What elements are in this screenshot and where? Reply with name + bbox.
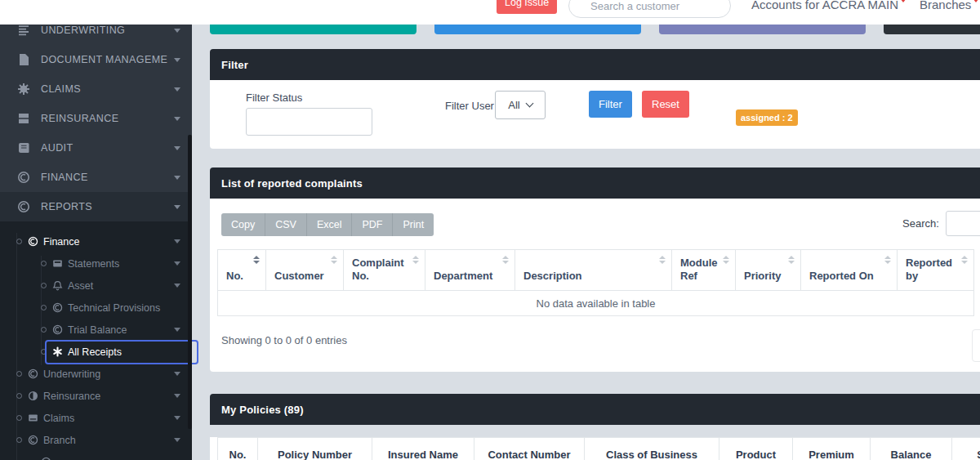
circle-bullet-icon [41,305,47,310]
sidebar-item-label: REPORTS [41,201,167,212]
chevron-down-icon [174,394,180,398]
excel-button[interactable]: Excel [307,213,353,236]
column-header-complaint-no[interactable]: Complaint No. [344,250,425,291]
pdf-button[interactable]: PDF [352,213,393,236]
sidebar-item-audit[interactable]: AUDIT [0,133,192,163]
stat-card-teal[interactable] [210,25,416,34]
filter-panel: Filter Filter Status Filter User All Fil… [210,49,980,149]
branches-dropdown[interactable]: Branches [920,0,979,11]
complaints-panel-body: Copy CSV Excel PDF Print Search: No. Cus… [210,199,980,372]
column-header-description[interactable]: Description [515,250,672,291]
submenu-item-trial-balance[interactable]: Trial Balance [0,319,192,341]
sidebar: UNDERWRITING DOCUMENT MANAGEMENT CLAIMS … [0,25,192,460]
main-content: Filter Filter Status Filter User All Fil… [192,25,980,460]
submenu-item-statements[interactable]: Statements [0,252,192,275]
column-header-reported-on[interactable]: Reported On [801,250,898,291]
csv-button[interactable]: CSV [265,213,307,236]
submenu-item-label: All Receipts [68,346,180,358]
circle-bullet-icon [16,239,22,244]
column-header-policy-number[interactable]: Policy Number [258,438,372,460]
column-label: Reported On [809,270,874,282]
submenu-item-underwriting[interactable]: Underwriting [0,363,192,385]
sidebar-item-document-management[interactable]: DOCUMENT MANAGEMENT [0,45,192,74]
filter-panel-body: Filter Status Filter User All Filter Res… [210,80,980,149]
chevron-down-icon [174,87,180,92]
coin-icon [17,200,30,213]
reset-button[interactable]: Reset [642,91,689,118]
policies-panel-title: My Policies (89) [221,404,304,416]
accounts-dropdown[interactable]: Accounts for ACCRA MAIN [751,0,906,11]
sidebar-item-reinsurance[interactable]: REINSURANCE [0,104,192,133]
sidebar-item-claims[interactable]: CLAIMS [0,74,192,104]
column-header-product[interactable]: Product [719,438,793,460]
sidebar-item-label: FINANCE [41,172,167,183]
column-header-class-of-business[interactable]: Class of Business [585,438,719,460]
column-header-no[interactable]: No. [218,250,266,291]
sidebar-item-label: CLAIMS [41,83,167,95]
stat-card-dark[interactable] [884,25,980,34]
column-header-module-ref[interactable]: Module Ref [672,250,736,291]
sidebar-item-finance[interactable]: FINANCE [0,163,192,192]
circle-bullet-icon [41,327,47,333]
column-header-customer[interactable]: Customer [266,250,344,291]
column-header-premium[interactable]: Premium [793,438,871,460]
copy-button[interactable]: Copy [221,213,265,236]
submenu-item-label: Statements [68,258,167,270]
chevron-down-icon [174,117,180,121]
print-button[interactable]: Print [393,213,434,236]
complaints-table: No. Customer Complaint No. Department De… [217,249,974,316]
column-header-priority[interactable]: Priority [736,250,801,291]
sort-icon [961,256,968,264]
circle-bullet-icon [41,349,47,355]
submenu-item-asset[interactable]: Asset [0,275,192,297]
list-icon [17,24,30,37]
complaints-panel-header: List of reported complaints [210,167,980,199]
column-header-status[interactable]: Status [952,438,980,460]
column-header-balance[interactable]: Balance [871,438,952,460]
customer-search[interactable] [568,0,731,18]
stat-card-blue[interactable] [434,25,641,34]
coin-icon [41,457,51,460]
circle-bullet-icon [16,371,22,377]
showing-entries-text: Showing 0 to 0 of 0 entries [221,334,347,346]
column-header-contact-number[interactable]: Contact Number [474,438,585,460]
column-header-insured-name[interactable]: Insured Name [372,438,474,460]
sidebar-scrollbar[interactable] [188,135,192,429]
card-icon [28,413,38,423]
submenu-item-finance[interactable]: Finance [0,230,192,252]
chevron-down-icon [525,100,533,108]
filter-button[interactable]: Filter [589,91,632,118]
stat-card-purple[interactable] [659,25,866,34]
column-header-no[interactable]: No. [218,438,258,460]
chevron-down-icon [174,438,180,442]
export-button-group: Copy CSV Excel PDF Print [221,213,434,236]
submenu-item-branch[interactable]: Branch [0,429,192,451]
stat-cards-row [210,25,980,34]
bell-icon [52,280,63,291]
column-header-reported-by[interactable]: Reported by [898,250,974,291]
submenu-item-label: Technical Provisions [68,302,180,314]
submenu-item-claims[interactable]: Claims [0,407,192,429]
log-issue-button[interactable]: Log Issue [497,0,557,14]
column-label: Department [434,270,492,282]
pagination-previous-button[interactable] [972,329,980,362]
sort-icon [502,256,509,264]
table-search-input[interactable] [946,211,980,236]
submenu-item-partial[interactable] [0,451,192,460]
column-header-department[interactable]: Department [425,250,515,291]
caret-down-icon [900,0,906,2]
sidebar-item-reports[interactable]: REPORTS [0,192,192,221]
half-circle-icon [28,391,38,401]
customer-search-input[interactable] [569,0,730,17]
submenu-item-label: Branch [43,435,167,446]
submenu-item-reinsurance[interactable]: Reinsurance [0,385,192,407]
complaints-panel: List of reported complaints Copy CSV Exc… [210,167,980,372]
submenu-item-technical-provisions[interactable]: Technical Provisions [0,297,192,319]
top-bar: Log Issue Accounts for ACCRA MAIN Branch… [0,0,980,25]
sidebar-item-label: UNDERWRITING [41,25,167,36]
filter-user-select[interactable]: All [495,91,546,119]
submenu-item-all-receipts[interactable]: All Receipts [0,341,192,363]
coin-icon [28,435,38,445]
coin-icon [17,171,30,184]
filter-status-input[interactable] [246,108,372,136]
